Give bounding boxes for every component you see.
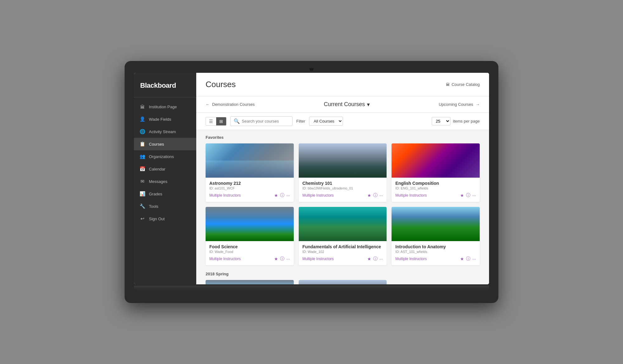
nav-icon-activity: 🌐 [140,129,145,134]
course-card[interactable]: Introduction to Anatomy ID: AST_101_wfie… [392,207,480,265]
course-info: English Composition ID: ENG_101_wfields … [392,178,480,202]
nav-label-institution: Institution Page [149,105,177,109]
course-name: Fundamentals of Artificial Intelligence [302,244,383,249]
sidebar: Blackboard 🏛 Institution Page 👤 Wade Fie… [134,73,196,284]
info-icon[interactable]: ⓘ [466,256,470,262]
top-header: Courses 🏛 Course Catalog [196,73,489,96]
sidebar-item-profile[interactable]: 👤 Wade Fields [134,113,196,125]
filter-select[interactable]: All Courses [309,117,343,126]
course-name: English Composition [395,181,476,186]
favorite-icon[interactable]: ★ [460,193,464,198]
more-icon[interactable]: ··· [286,193,290,198]
course-footer: Multiple Instructors ★ ⓘ ··· [302,256,383,262]
favorite-icon[interactable]: ★ [367,193,371,198]
course-actions: ★ ⓘ ··· [274,193,290,198]
info-icon[interactable]: ⓘ [466,193,470,198]
sidebar-item-calendar[interactable]: 📅 Calendar [134,163,196,175]
course-actions: ★ ⓘ ··· [367,193,383,198]
course-card[interactable]: English Composition ID: ENG_101_wfields … [392,143,480,202]
favorite-icon[interactable]: ★ [367,256,371,261]
instructors-link[interactable]: Multiple Instructors [395,257,427,261]
more-icon[interactable]: ··· [472,256,476,261]
favorite-icon[interactable]: ★ [460,256,464,261]
favorite-icon[interactable]: ★ [274,256,278,261]
info-icon[interactable]: ⓘ [280,193,284,198]
current-nav[interactable]: Current Courses [324,101,369,108]
course-footer: Multiple Instructors ★ ⓘ ··· [302,193,383,198]
course-card[interactable]: Food Science ID: Wade_Food Multiple Inst… [206,207,294,265]
course-info: Introduction to Anatomy ID: AST_101_wfie… [392,241,480,265]
nav-label-messages: Messages [149,179,167,184]
more-icon[interactable]: ··· [472,193,476,198]
course-card[interactable]: Astronomy 212 ID: ast101_WCF Multiple In… [206,143,294,202]
course-actions: ★ ⓘ ··· [367,256,383,262]
prev-nav[interactable]: Demonstration Courses [206,102,255,107]
course-image [206,143,294,178]
view-toggle: ☰ ⊞ [206,117,226,126]
course-id: ID: bbw19WFields_ultrademo_01 [302,186,383,190]
course-footer: Multiple Instructors ★ ⓘ ··· [209,256,290,262]
sidebar-item-institution[interactable]: 🏛 Institution Page [134,100,196,113]
sidebar-item-messages[interactable]: ✉ Messages [134,175,196,188]
course-card[interactable] [299,280,387,284]
sidebar-item-courses[interactable]: 📋 Courses [134,138,196,150]
nav-icon-calendar: 📅 [140,166,145,172]
course-id: ID: ENG_101_wfields [395,186,476,190]
nav-label-grades: Grades [149,192,162,196]
grid-view-button[interactable]: ⊞ [216,117,226,125]
course-footer: Multiple Instructors ★ ⓘ ··· [395,256,476,262]
course-id: ID: Wade_Food [209,250,290,254]
nav-icon-organizations: 👥 [140,154,145,159]
filter-label: Filter [296,119,305,124]
courses-grid [206,280,480,284]
next-arrow-icon [476,102,480,107]
sidebar-item-activity[interactable]: 🌐 Activity Stream [134,125,196,138]
instructors-link[interactable]: Multiple Instructors [209,193,241,198]
next-nav[interactable]: Upcoming Courses [439,102,480,107]
info-icon[interactable]: ⓘ [373,256,378,262]
list-view-button[interactable]: ☰ [206,117,216,125]
instructors-link[interactable]: Multiple Instructors [302,193,334,198]
course-actions: ★ ⓘ ··· [460,256,476,262]
favorite-icon[interactable]: ★ [274,193,278,198]
toolbar: ☰ ⊞ 🔍 Filter All Courses 25 50 100 [196,113,489,130]
course-card[interactable]: Chemistry 101 ID: bbw19WFields_ultrademo… [299,143,387,202]
course-card[interactable]: Fundamentals of Artificial Intelligence … [299,207,387,265]
nav-icon-tools: 🔧 [140,203,145,209]
instructors-link[interactable]: Multiple Instructors [209,257,241,261]
sidebar-item-tools[interactable]: 🔧 Tools [134,200,196,212]
instructors-link[interactable]: Multiple Instructors [302,257,334,261]
course-catalog-link[interactable]: 🏛 Course Catalog [446,82,480,87]
page-title: Courses [206,80,236,89]
search-input[interactable] [242,119,289,124]
app-name: Blackboard [140,82,176,89]
course-footer: Multiple Instructors ★ ⓘ ··· [395,193,476,198]
course-image [206,207,294,241]
course-image [299,280,387,284]
courses-area: Favorites Astronomy 212 ID: ast101_WCF M… [196,130,489,284]
items-per-page-select[interactable]: 25 50 100 [432,117,450,125]
sidebar-nav: 🏛 Institution Page 👤 Wade Fields 🌐 Activ… [134,97,196,284]
next-nav-label: Upcoming Courses [439,102,473,107]
section-label: 2018 Spring [206,272,480,276]
more-icon[interactable]: ··· [379,193,383,198]
sidebar-item-signout[interactable]: ↩ Sign Out [134,212,196,225]
more-icon[interactable]: ··· [286,256,290,261]
course-card[interactable] [206,280,294,284]
instructors-link[interactable]: Multiple Instructors [395,193,427,198]
sidebar-item-grades[interactable]: 📊 Grades [134,188,196,200]
course-name: Food Science [209,244,290,249]
info-icon[interactable]: ⓘ [280,256,284,262]
info-icon[interactable]: ⓘ [373,193,378,198]
nav-icon-messages: ✉ [140,179,145,184]
more-icon[interactable]: ··· [379,256,383,261]
nav-label-signout: Sign Out [149,217,165,221]
search-box: 🔍 [230,116,292,126]
course-info: Chemistry 101 ID: bbw19WFields_ultrademo… [299,178,387,202]
course-name: Introduction to Anatomy [395,244,476,249]
items-per-page-label: items per page [453,119,480,124]
sidebar-item-organizations[interactable]: 👥 Organizations [134,150,196,163]
course-image [299,143,387,178]
prev-nav-label: Demonstration Courses [212,102,255,107]
section-favorites: Favorites Astronomy 212 ID: ast101_WCF M… [206,135,480,265]
